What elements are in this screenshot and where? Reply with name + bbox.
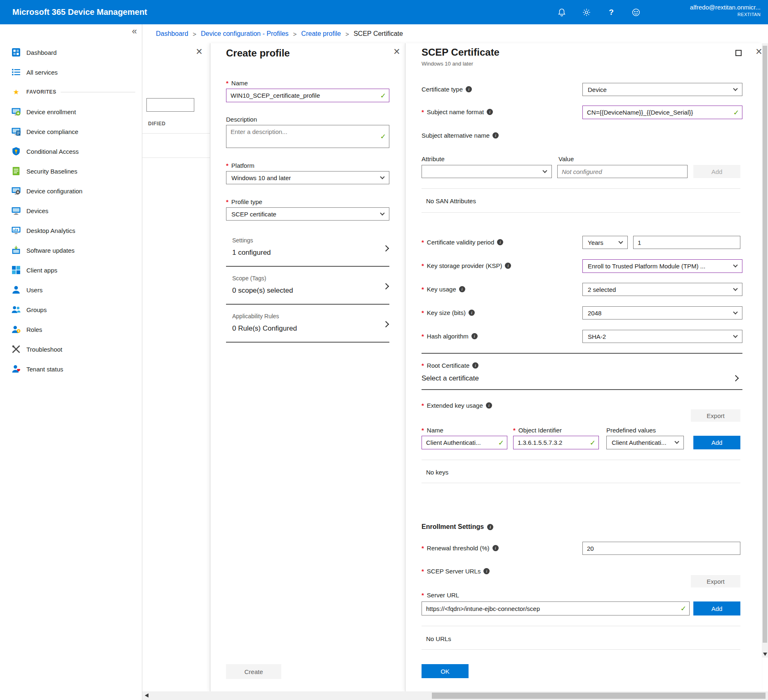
- sidebar-item-security-baselines[interactable]: Security Baselines: [0, 161, 142, 181]
- account-menu[interactable]: alfredo@rextitan.onmicr... REXTITAN: [690, 4, 761, 17]
- app-title: Microsoft 365 Device Management: [12, 0, 147, 24]
- notifications-bell-icon[interactable]: [557, 7, 567, 17]
- san-attribute-dropdown[interactable]: [422, 165, 552, 178]
- eku-oid-input[interactable]: [513, 436, 599, 449]
- settings-gear-icon[interactable]: [582, 7, 591, 17]
- info-icon[interactable]: i: [487, 109, 493, 115]
- sidebar-item-devices[interactable]: Devices: [0, 201, 142, 221]
- subject-name-format-input[interactable]: [582, 106, 742, 119]
- sidebar-item-troubleshoot[interactable]: Troubleshoot: [0, 339, 142, 359]
- root-certificate-label: * Root Certificate i: [422, 362, 478, 369]
- sidebar-item-dashboard[interactable]: Dashboard: [0, 42, 142, 62]
- info-icon[interactable]: i: [469, 310, 475, 316]
- root-certificate-picker[interactable]: Select a certificate: [422, 371, 742, 387]
- info-icon[interactable]: i: [471, 333, 478, 339]
- eku-export-button[interactable]: Export: [691, 409, 740, 422]
- key-size-dropdown[interactable]: 2048: [582, 306, 742, 319]
- eku-predefined-dropdown[interactable]: Client Authenticati...: [606, 436, 684, 449]
- validity-unit-dropdown[interactable]: Years: [582, 236, 628, 249]
- breadcrumb-profiles[interactable]: Device configuration - Profiles: [201, 30, 289, 38]
- validity-value-input[interactable]: [633, 236, 740, 249]
- san-add-button[interactable]: Add: [693, 165, 740, 178]
- renewal-threshold-input[interactable]: [582, 542, 740, 555]
- info-icon[interactable]: i: [459, 286, 465, 292]
- workspace: × DIFIED Create profile × * Name ✓ Descr…: [142, 43, 768, 691]
- sidebar-item-device-enrollment[interactable]: Device enrollment: [0, 102, 142, 122]
- profiles-search-input[interactable]: [146, 98, 194, 112]
- scroll-left-arrow[interactable]: [145, 693, 148, 698]
- info-icon[interactable]: i: [486, 402, 492, 409]
- sidebar-item-software-updates[interactable]: Software updates: [0, 240, 142, 260]
- info-icon[interactable]: i: [505, 263, 511, 269]
- settings-row[interactable]: Settings 1 configured: [210, 233, 405, 266]
- description-input[interactable]: [226, 125, 389, 148]
- key-usage-dropdown[interactable]: 2 selected: [582, 283, 742, 296]
- sidebar-item-all-services[interactable]: All services: [0, 62, 142, 82]
- sidebar-item-desktop-analytics[interactable]: Desktop Analytics: [0, 221, 142, 240]
- applicability-rules-row[interactable]: Applicability Rules 0 Rule(s) Configured: [210, 309, 405, 342]
- close-icon[interactable]: ×: [193, 46, 205, 57]
- info-icon[interactable]: i: [487, 524, 493, 530]
- divider: [422, 483, 740, 483]
- server-url-input[interactable]: [422, 601, 690, 615]
- create-profile-blade: Create profile × * Name ✓ Description ✓ …: [210, 43, 405, 691]
- sidebar-item-conditional-access[interactable]: Conditional Access: [0, 141, 142, 161]
- breadcrumb-dashboard[interactable]: Dashboard: [156, 30, 188, 38]
- required-asterisk: *: [422, 309, 424, 316]
- san-value-input[interactable]: [557, 165, 688, 178]
- url-add-button[interactable]: Add: [693, 601, 740, 615]
- sidebar-item-device-compliance[interactable]: Device compliance: [0, 122, 142, 141]
- topbar-icons: ?: [557, 0, 641, 24]
- key-size-label: * Key size (bits) i: [422, 309, 475, 316]
- sidebar-item-groups[interactable]: Groups: [0, 300, 142, 319]
- info-icon[interactable]: i: [466, 86, 472, 92]
- chevron-down-icon: [542, 168, 547, 173]
- subject-name-format-label: * Subject name format i: [422, 108, 493, 115]
- eku-add-button[interactable]: Add: [693, 436, 740, 449]
- help-icon[interactable]: ?: [606, 7, 616, 17]
- create-button[interactable]: Create: [226, 664, 281, 679]
- divider: [422, 626, 740, 626]
- vertical-scrollbar-thumb[interactable]: [763, 46, 767, 643]
- feedback-smiley-icon[interactable]: [631, 7, 641, 17]
- required-asterisk: *: [422, 262, 424, 269]
- users-icon: [12, 285, 21, 294]
- info-icon[interactable]: i: [492, 545, 499, 551]
- desktop-analytics-icon: [12, 226, 21, 235]
- ksp-dropdown[interactable]: Enroll to Trusted Platform Module (TPM) …: [582, 259, 742, 273]
- sidebar-item-client-apps[interactable]: Client apps: [0, 260, 142, 280]
- urls-export-button[interactable]: Export: [691, 575, 740, 587]
- certificate-type-dropdown[interactable]: Device: [582, 83, 742, 96]
- sidebar-item-tenant-status[interactable]: Tenant status: [0, 359, 142, 379]
- sidebar-collapse-button[interactable]: «: [132, 27, 137, 36]
- profile-type-dropdown[interactable]: SCEP certificate: [226, 207, 389, 221]
- vertical-scrollbar[interactable]: [762, 43, 768, 658]
- chevron-down-icon: [380, 174, 384, 179]
- ok-button[interactable]: OK: [422, 664, 469, 678]
- hash-algorithm-dropdown[interactable]: SHA-2: [582, 330, 742, 343]
- scroll-down-arrow[interactable]: [763, 653, 767, 656]
- close-icon[interactable]: ×: [391, 46, 403, 57]
- breadcrumb: Dashboard > Device configuration - Profi…: [156, 24, 403, 43]
- info-icon[interactable]: i: [483, 568, 490, 574]
- sidebar-item-device-configuration[interactable]: Device configuration: [0, 181, 142, 201]
- eku-name-input[interactable]: [422, 436, 507, 449]
- info-icon[interactable]: i: [492, 132, 499, 139]
- chevron-down-icon: [733, 310, 737, 314]
- sidebar-item-roles[interactable]: Roles: [0, 319, 142, 339]
- scope-tags-row[interactable]: Scope (Tags) 0 scope(s) selected: [210, 271, 405, 304]
- breadcrumb-create-profile[interactable]: Create profile: [301, 30, 341, 38]
- roles-icon: [12, 325, 21, 334]
- required-asterisk: *: [422, 333, 424, 340]
- renewal-threshold-field: [582, 542, 740, 555]
- maximize-icon[interactable]: [735, 50, 742, 56]
- horizontal-scrollbar[interactable]: [142, 691, 768, 700]
- horizontal-scrollbar-thumb[interactable]: [432, 693, 766, 699]
- platform-dropdown[interactable]: Windows 10 and later: [226, 171, 389, 184]
- chevron-down-icon: [380, 211, 384, 215]
- info-icon[interactable]: i: [497, 239, 503, 245]
- chevron-right-icon: [733, 375, 739, 382]
- sidebar-item-users[interactable]: Users: [0, 280, 142, 300]
- info-icon[interactable]: i: [472, 362, 478, 369]
- profile-name-input[interactable]: [226, 89, 389, 102]
